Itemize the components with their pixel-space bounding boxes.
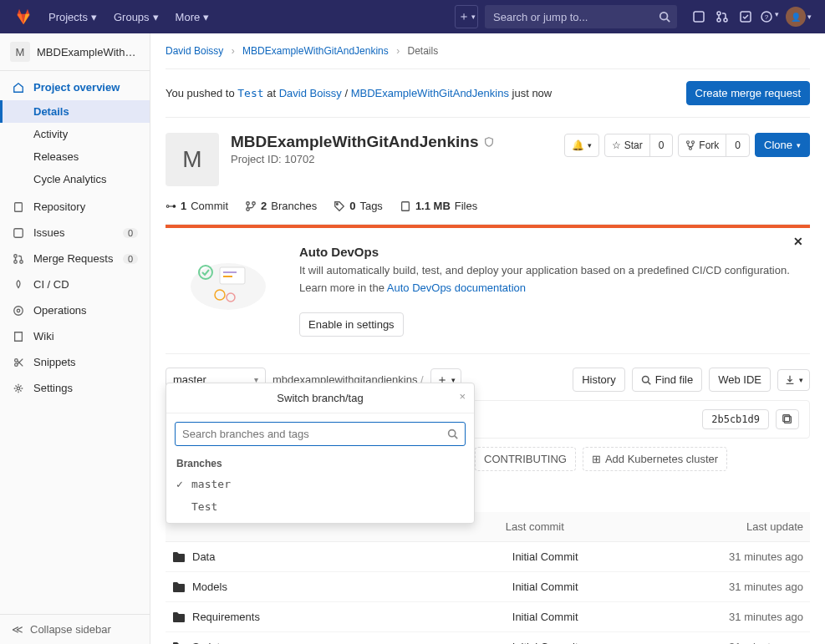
sidebar-item-settings[interactable]: Settings [0,375,150,401]
autodevops-banner: Auto DevOps It will automatically build,… [166,228,810,354]
project-id: Project ID: 10702 [231,153,495,165]
chevron-down-icon: ▾ [807,13,812,21]
search-icon [641,375,651,385]
sidebar-sub-releases[interactable]: Releases [0,145,150,168]
project-avatar-large: M [166,133,219,186]
project-avatar-small: M [10,42,30,62]
nav-groups[interactable]: Groups▾ [105,11,167,23]
svg-rect-2 [694,12,704,22]
nav-more[interactable]: More▾ [167,11,218,23]
branch-panel-title: Switch branch/tag × [166,383,474,413]
chevron-down-icon: ▾ [91,11,97,23]
banner-doc-link[interactable]: Auto DevOps documentation [387,281,526,294]
sidebar-item-operations[interactable]: Operations [0,297,150,323]
doc-icon [12,201,25,213]
sidebar-sub-cycle[interactable]: Cycle Analytics [0,168,150,190]
notification-dropdown[interactable]: 🔔▾ [564,134,599,157]
enable-settings-button[interactable]: Enable in settings [299,312,404,337]
find-file-button[interactable]: Find file [632,368,703,392]
banner-body-text: It will automatically build, test, and d… [299,264,790,276]
copy-sha-button[interactable] [776,409,799,429]
table-row[interactable]: DataInitial Commit31 minutes ago [166,542,810,572]
history-button[interactable]: History [573,368,624,392]
stat-tags[interactable]: 0 Tags [334,200,383,212]
svg-point-13 [20,260,23,263]
sidebar-item-issues[interactable]: Issues 0 [0,220,150,246]
web-ide-button[interactable]: Web IDE [709,368,771,392]
star-icon: ☆ [612,139,621,151]
sidebar-item-snippets[interactable]: Snippets [0,349,150,375]
svg-line-1 [667,19,670,23]
add-contributing-button[interactable]: CONTRIBUTING [475,447,576,471]
files-icon [400,200,411,212]
breadcrumb-project[interactable]: MBDExampleWithGitAndJenkins [242,45,389,57]
global-search[interactable] [485,5,677,28]
stat-files[interactable]: 1.1 MB Files [400,200,477,212]
user-avatar[interactable]: 👤 [786,7,806,27]
star-count: 0 [650,139,673,151]
sidebar-sub-activity[interactable]: Activity [0,123,150,145]
fork-button[interactable]: Fork 0 [678,134,750,157]
stat-branches[interactable]: 2 Branches [245,200,317,212]
nav-projects[interactable]: Projects▾ [40,11,105,23]
file-commit: Initial Commit [506,632,650,645]
sidebar-item-wiki[interactable]: Wiki [0,323,150,349]
branch-option[interactable]: Test [166,495,474,518]
breadcrumb-user[interactable]: David Boissy [166,45,223,57]
add-kubernetes-button[interactable]: ⊞Add Kubernetes cluster [583,447,727,471]
file-update: 31 minutes ago [650,632,810,645]
sidebar-item-cicd[interactable]: CI / CD [0,271,150,297]
sidebar-item-overview[interactable]: Project overview [0,74,150,100]
help-icon[interactable]: ?▾ [757,10,781,23]
merge-requests-icon[interactable] [710,10,734,23]
svg-line-35 [648,382,650,384]
sidebar-item-repository[interactable]: Repository [0,194,150,220]
file-commit: Initial Commit [506,572,650,602]
branch-option[interactable]: master [166,473,474,495]
issues-icon[interactable] [687,10,710,23]
search-icon [447,428,458,439]
collapse-sidebar[interactable]: ≪ Collapse sidebar [0,614,150,644]
table-row[interactable]: ModelsInitial Commit31 minutes ago [166,572,810,602]
issues-icon [12,227,25,239]
download-dropdown[interactable]: ▾ [777,369,810,391]
sidebar-item-merge[interactable]: Merge Requests 0 [0,246,150,271]
clone-button[interactable]: Clone▾ [755,133,810,157]
svg-point-18 [17,387,20,390]
push-project-link[interactable]: MBDExampleWithGitAndJenkins [351,87,509,99]
star-button[interactable]: ☆Star 0 [604,134,674,157]
plus-square-icon: ⊞ [592,453,601,465]
svg-point-20 [692,140,695,143]
sidebar-project-header[interactable]: M MBDExampleWithGit... [0,33,150,71]
issues-count-badge: 0 [123,228,138,238]
table-row[interactable]: RequirementsInitial Commit31 minutes ago [166,602,810,632]
svg-point-25 [337,203,339,205]
branch-search-input[interactable] [182,428,447,440]
home-icon [12,82,25,94]
bell-icon: 🔔 [572,139,584,151]
chevron-down-icon: ▾ [799,376,803,384]
gitlab-logo[interactable] [13,7,33,27]
banner-close-button[interactable]: ✕ [793,235,803,248]
svg-point-3 [717,12,721,15]
file-table: Name Last commit Last update DataInitial… [166,512,810,644]
stat-commits[interactable]: ⊶1 Commit [166,200,228,212]
todos-icon[interactable] [734,10,757,23]
search-input[interactable] [493,11,669,23]
commit-sha[interactable]: 2b5cb1d9 [702,409,769,429]
th-last-update: Last update [650,512,810,542]
svg-line-37 [455,436,457,439]
folder-icon [172,641,186,645]
push-branch-link[interactable]: Test [237,87,263,99]
svg-point-19 [687,140,690,143]
sidebar-sub-details[interactable]: Details [0,100,150,123]
table-row[interactable]: ScriptsInitial Commit31 minutes ago [166,632,810,645]
create-merge-request-button[interactable]: Create merge request [686,81,810,105]
branch-icon [245,200,257,212]
branch-panel-close[interactable]: × [459,390,466,403]
push-user-link[interactable]: David Boissy [279,87,342,99]
svg-point-0 [660,13,668,20]
svg-point-36 [449,430,456,437]
new-dropdown[interactable]: ＋▾ [455,5,478,28]
banner-illustration [174,245,283,320]
